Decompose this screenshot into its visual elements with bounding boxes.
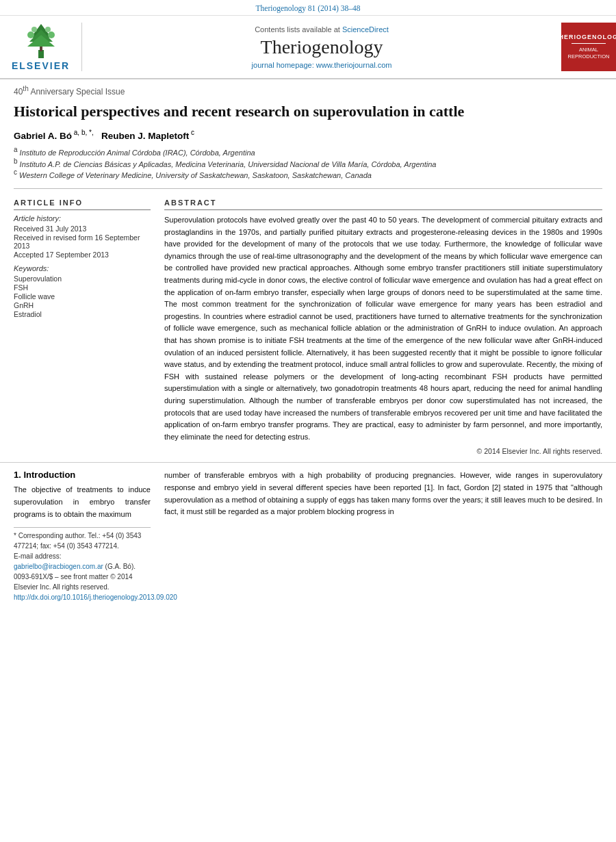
keyword-2: FSH bbox=[14, 283, 151, 292]
intro-heading: 1. Introduction bbox=[14, 470, 151, 480]
footnotes: * Corresponding author. Tel.: +54 (0) 35… bbox=[14, 527, 151, 602]
special-issue-line: 40th Anniversary Special Issue bbox=[0, 79, 616, 99]
author1-name: Gabriel A. Bó bbox=[14, 130, 72, 140]
svg-point-6 bbox=[48, 31, 55, 38]
journal-homepage: journal homepage: www.theriojournal.com bbox=[252, 61, 392, 69]
abstract-label: ABSTRACT bbox=[164, 199, 602, 207]
authors-line: Gabriel A. Bó a, b, *, Reuben J. Mapleto… bbox=[0, 127, 616, 144]
affil-3: c Western College of Veterinary Medicine… bbox=[14, 168, 602, 179]
history-label: Article history: bbox=[14, 214, 151, 222]
intro-section: 1. Introduction The objective of treatme… bbox=[0, 462, 616, 602]
article-info-label: ARTICLE INFO bbox=[14, 199, 151, 207]
elsevier-wordmark: ELSEVIER bbox=[12, 60, 70, 71]
author2-sup: c bbox=[189, 129, 194, 136]
intro-right-text: number of transferable embryos with a hi… bbox=[164, 470, 602, 518]
author2-name: Reuben J. Mapletoft bbox=[101, 130, 189, 140]
keyword-3: Follicle wave bbox=[14, 292, 151, 301]
intro-left-paragraph: The objective of treatments to induce su… bbox=[14, 484, 151, 520]
section-divider bbox=[14, 188, 602, 189]
intro-left-text: The objective of treatments to induce su… bbox=[14, 484, 151, 520]
journal-badge: THERIOGENOLOGY ANIMAL REPRODUCTION bbox=[561, 23, 616, 71]
doi-line[interactable]: http://dx.doi.org/10.1016/j.theriogenolo… bbox=[14, 592, 151, 602]
affil-1: a Instituto de Reproducción Animal Córdo… bbox=[14, 146, 602, 157]
intro-left-col: 1. Introduction The objective of treatme… bbox=[14, 470, 151, 602]
contents-line: Contents lists available at ScienceDirec… bbox=[255, 25, 389, 34]
abstract-divider bbox=[164, 209, 602, 210]
svg-point-8 bbox=[45, 27, 51, 32]
badge-title: THERIOGENOLOGY bbox=[554, 34, 616, 40]
intro-right-col: number of transferable embryos with a hi… bbox=[164, 470, 602, 602]
keyword-5: Estradiol bbox=[14, 310, 151, 318]
keyword-1: Superovulation bbox=[14, 275, 151, 283]
special-issue-text: 40th Anniversary Special Issue bbox=[14, 87, 125, 97]
abstract-text: Superovulation protocols have evolved gr… bbox=[164, 214, 602, 443]
accepted-date: Accepted 17 September 2013 bbox=[14, 251, 151, 259]
email-address[interactable]: gabrielbo@iracbiogen.com.ar bbox=[14, 563, 103, 570]
copyright-line: © 2014 Elsevier Inc. All rights reserved… bbox=[164, 447, 602, 455]
email-line: E-mail address: gabrielbo@iracbiogen.com… bbox=[14, 551, 151, 572]
issn-line: 0093-691X/$ – see front matter © 2014 El… bbox=[14, 572, 151, 592]
badge-subtitle-line2: REPRODUCTION bbox=[568, 53, 610, 60]
affiliations: a Instituto de Reproducción Animal Córdo… bbox=[0, 143, 616, 184]
elsevier-logo: ELSEVIER bbox=[0, 23, 82, 71]
received-date: Received 31 July 2013 bbox=[14, 225, 151, 233]
elsevier-tree-icon bbox=[14, 23, 68, 60]
keywords-label: Keywords: bbox=[14, 264, 151, 272]
journal-title: Theriogenology bbox=[261, 36, 383, 58]
received-revised-date: Received in revised form 16 September 20… bbox=[14, 233, 151, 250]
article-title: Historical perspectives and recent resea… bbox=[0, 99, 616, 127]
th-suffix: th bbox=[23, 85, 28, 92]
svg-point-7 bbox=[31, 27, 37, 32]
sciencedirect-link[interactable]: ScienceDirect bbox=[342, 25, 389, 34]
article-info-divider bbox=[14, 209, 151, 210]
article-info-col: ARTICLE INFO Article history: Received 3… bbox=[14, 199, 151, 455]
badge-subtitle-line1: ANIMAL bbox=[579, 47, 598, 53]
svg-point-5 bbox=[27, 31, 34, 38]
top-citation-bar: Theriogenology 81 (2014) 38–48 bbox=[0, 0, 616, 16]
citation-text: Theriogenology 81 (2014) 38–48 bbox=[256, 4, 361, 12]
affil-2: b Instituto A.P. de Ciencias Básicas y A… bbox=[14, 157, 602, 168]
email-suffix: (G.A. Bó). bbox=[105, 563, 136, 570]
contents-text: Contents lists available at bbox=[255, 25, 340, 34]
author1-sup: a, b, *, bbox=[72, 129, 94, 136]
keyword-4: GnRH bbox=[14, 301, 151, 309]
journal-header: ELSEVIER Contents lists available at Sci… bbox=[0, 16, 616, 79]
journal-header-center: Contents lists available at ScienceDirec… bbox=[82, 23, 561, 71]
email-label: E-mail address: bbox=[14, 552, 61, 560]
abstract-col: ABSTRACT Superovulation protocols have e… bbox=[164, 199, 602, 455]
corresponding-author-note: * Corresponding author. Tel.: +54 (0) 35… bbox=[14, 531, 151, 551]
two-col-section: ARTICLE INFO Article history: Received 3… bbox=[0, 193, 616, 455]
